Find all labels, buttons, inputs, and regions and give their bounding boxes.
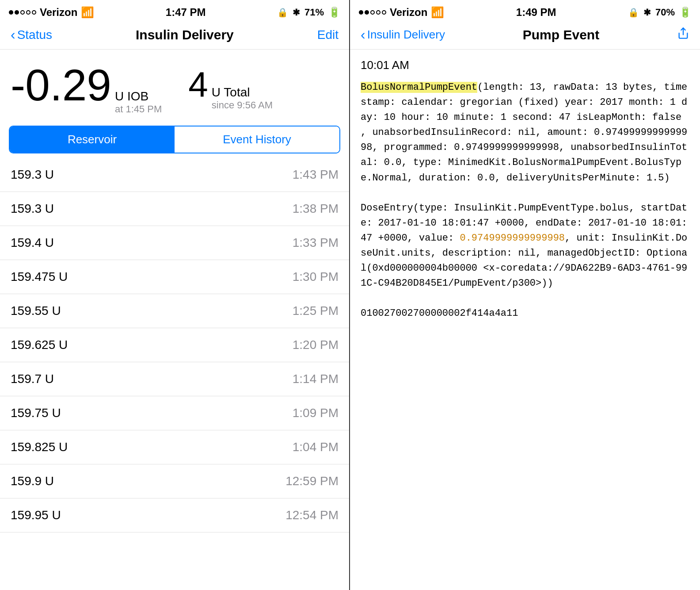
right-time: 1:49 PM — [516, 6, 556, 19]
iob-sub-label: at 1:45 PM — [115, 103, 162, 115]
list-item-value: 159.55 U — [11, 304, 61, 318]
list-item[interactable]: 159.625 U 1:20 PM — [0, 328, 349, 362]
total-label-group: U Total since 9:56 AM — [212, 85, 273, 111]
event-dose-value: 0.9749999999999998 — [460, 233, 565, 244]
left-time: 1:47 PM — [166, 6, 206, 19]
left-back-button[interactable]: ‹ Status — [11, 27, 52, 43]
total-number: 4 — [188, 67, 208, 102]
list-item-value: 159.95 U — [11, 508, 61, 522]
event-body: BolusNormalPumpEvent(length: 13, rawData… — [361, 80, 689, 322]
total-unit-label: U Total — [212, 85, 273, 100]
list-item[interactable]: 159.9 U 12:59 PM — [0, 464, 349, 498]
iob-number: -0.29 — [11, 63, 111, 107]
iob-value-group: -0.29 U IOB at 1:45 PM — [11, 63, 162, 115]
event-hex: 010027002700000002f414a4a11 — [361, 308, 518, 319]
signal-dots — [9, 10, 36, 15]
list-item-value: 159.3 U — [11, 168, 54, 182]
left-back-label: Status — [17, 28, 52, 42]
list-item-time: 1:25 PM — [293, 304, 339, 318]
signal-dot-3 — [20, 10, 25, 15]
left-carrier: Verizon — [40, 6, 77, 19]
share-icon — [677, 27, 689, 39]
list-item[interactable]: 159.3 U 1:38 PM — [0, 192, 349, 226]
list-item-time: 1:20 PM — [293, 338, 339, 352]
right-signal-dot-3 — [370, 10, 375, 15]
right-wifi-icon: 📶 — [431, 6, 444, 19]
list-item-time: 1:33 PM — [293, 236, 339, 250]
right-phone: Verizon 📶 1:49 PM 🔒 ✱ 70% 🔋 ‹ Insulin De… — [350, 0, 700, 590]
list-item[interactable]: 159.825 U 1:04 PM — [0, 430, 349, 464]
right-back-label: Insulin Delivery — [367, 28, 445, 42]
segment-reservoir[interactable]: Reservoir — [10, 126, 175, 153]
list-item-time: 1:04 PM — [293, 440, 339, 454]
list-item-time: 1:09 PM — [293, 406, 339, 420]
iob-unit-label: U IOB — [115, 89, 162, 103]
list-item[interactable]: 159.475 U 1:30 PM — [0, 260, 349, 294]
right-share-button[interactable] — [677, 27, 689, 42]
left-back-arrow-icon: ‹ — [11, 27, 15, 43]
event-body-part1: (length: 13, rawData: 13 bytes, timestam… — [361, 82, 687, 184]
list-item[interactable]: 159.4 U 1:33 PM — [0, 226, 349, 260]
left-bluetooth-icon: ✱ — [293, 7, 300, 18]
iob-label-group: U IOB at 1:45 PM — [115, 89, 162, 115]
left-wifi-icon: 📶 — [81, 6, 94, 19]
list-item-time: 1:43 PM — [293, 168, 339, 182]
left-edit-button[interactable]: Edit — [317, 28, 339, 42]
right-signal-dot-5 — [382, 10, 386, 15]
segment-control: Reservoir Event History — [9, 126, 340, 153]
right-nav-bar: ‹ Insulin Delivery Pump Event — [350, 22, 700, 50]
left-nav-title: Insulin Delivery — [136, 27, 234, 42]
list-item[interactable]: 159.55 U 1:25 PM — [0, 294, 349, 328]
left-nav-bar: ‹ Status Insulin Delivery Edit — [0, 22, 349, 50]
right-signal-dots — [359, 10, 386, 15]
right-battery-icon: 🔋 — [679, 7, 691, 18]
list-item-value: 159.3 U — [11, 202, 54, 216]
right-back-button[interactable]: ‹ Insulin Delivery — [361, 27, 445, 43]
right-signal-dot-2 — [365, 10, 369, 15]
list-item[interactable]: 159.7 U 1:14 PM — [0, 362, 349, 396]
right-carrier: Verizon — [390, 6, 427, 19]
right-lock-icon: 🔒 — [628, 7, 639, 18]
event-content: 10:01 AM BolusNormalPumpEvent(length: 13… — [350, 50, 700, 590]
left-phone: Verizon 📶 1:47 PM 🔒 ✱ 71% 🔋 ‹ Status Ins… — [0, 0, 350, 590]
list-item-value: 159.825 U — [11, 440, 68, 454]
right-signal-dot-1 — [359, 10, 363, 15]
list-item-value: 159.625 U — [11, 338, 68, 352]
signal-dot-4 — [26, 10, 30, 15]
segment-event-history[interactable]: Event History — [175, 126, 339, 153]
list-item-time: 12:59 PM — [285, 474, 339, 488]
reservoir-list: 159.3 U 1:43 PM 159.3 U 1:38 PM 159.4 U … — [0, 158, 349, 590]
list-item-value: 159.7 U — [11, 372, 54, 386]
list-item[interactable]: 159.3 U 1:43 PM — [0, 158, 349, 192]
event-highlight: BolusNormalPumpEvent — [361, 82, 477, 93]
list-item-time: 1:38 PM — [293, 202, 339, 216]
right-battery: 70% — [655, 7, 675, 18]
right-status-bar: Verizon 📶 1:49 PM 🔒 ✱ 70% 🔋 — [350, 0, 700, 22]
list-item-value: 159.9 U — [11, 474, 54, 488]
right-bluetooth-icon: ✱ — [643, 7, 651, 18]
right-nav-title: Pump Event — [523, 27, 599, 42]
iob-section: -0.29 U IOB at 1:45 PM 4 U Total since 9… — [0, 50, 349, 126]
left-battery: 71% — [304, 7, 324, 18]
event-time: 10:01 AM — [361, 58, 689, 72]
left-status-bar: Verizon 📶 1:47 PM 🔒 ✱ 71% 🔋 — [0, 0, 349, 22]
left-battery-icon: 🔋 — [328, 7, 340, 18]
list-item-time: 1:14 PM — [293, 372, 339, 386]
list-item-time: 1:30 PM — [293, 270, 339, 284]
total-sub-label: since 9:56 AM — [212, 100, 273, 111]
left-lock-icon: 🔒 — [277, 7, 288, 18]
list-item[interactable]: 159.75 U 1:09 PM — [0, 396, 349, 430]
list-item[interactable]: 159.95 U 12:54 PM — [0, 498, 349, 533]
right-back-arrow-icon: ‹ — [361, 27, 365, 43]
signal-dot-5 — [32, 10, 36, 15]
list-item-value: 159.75 U — [11, 406, 61, 420]
signal-dot-2 — [15, 10, 19, 15]
list-item-value: 159.475 U — [11, 270, 68, 284]
right-signal-dot-4 — [376, 10, 380, 15]
list-item-value: 159.4 U — [11, 236, 54, 250]
list-item-time: 12:54 PM — [285, 508, 339, 522]
total-section: 4 U Total since 9:56 AM — [188, 67, 273, 111]
signal-dot-1 — [9, 10, 13, 15]
